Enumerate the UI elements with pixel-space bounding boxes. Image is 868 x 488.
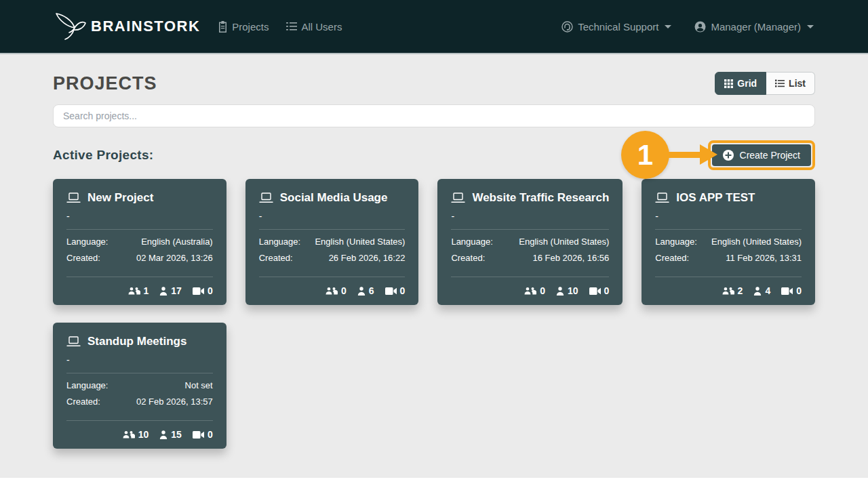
created-label: Created: (66, 253, 100, 263)
projects-grid: New Project - Language: English (Austral… (53, 179, 815, 449)
video-count-stat: 0 (193, 285, 213, 296)
divider (259, 229, 406, 230)
project-description: - (655, 211, 802, 222)
list-view-icon (775, 79, 785, 87)
list-view-button[interactable]: List (766, 72, 815, 95)
project-card[interactable]: Social Media Usage - Language: English (… (245, 179, 419, 305)
group-count-stat: 0 (326, 285, 347, 296)
created-value: 02 Feb 2026, 13:57 (136, 396, 213, 407)
language-label: Language: (451, 237, 492, 247)
divider (451, 277, 609, 277)
language-value: English (United States) (711, 237, 802, 247)
users-group-icon (123, 430, 135, 439)
technical-support-menu[interactable]: Technical Support (561, 21, 671, 33)
video-camera-icon (589, 287, 601, 295)
project-card[interactable]: Website Traffic Research - Language: Eng… (437, 179, 623, 305)
main-content: PROJECTS Grid (0, 54, 868, 478)
grid-view-button[interactable]: Grid (715, 72, 766, 95)
laptop-icon (451, 192, 465, 203)
video-count: 0 (604, 285, 610, 296)
divider (655, 229, 802, 230)
group-count-stat: 10 (123, 429, 149, 440)
divider (66, 229, 213, 230)
technical-support-label: Technical Support (578, 21, 658, 33)
group-count: 2 (738, 285, 743, 296)
video-camera-icon (193, 287, 204, 295)
divider (655, 277, 802, 277)
video-count-stat: 0 (589, 285, 610, 296)
member-count-stat: 15 (159, 429, 182, 440)
nav-link-projects[interactable]: Projects (218, 21, 269, 33)
person-icon (753, 287, 762, 296)
create-project-button[interactable]: Create Project (712, 144, 811, 166)
person-icon (357, 287, 366, 296)
brand-logo[interactable]: BRAINSTORK (54, 12, 200, 41)
project-name: Social Media Usage (280, 191, 388, 205)
person-icon (159, 287, 167, 296)
group-count-stat: 1 (128, 285, 149, 296)
video-count: 0 (208, 429, 213, 440)
chevron-down-icon (665, 25, 671, 28)
clipboard-icon (218, 21, 228, 33)
brand-name: BRAINSTORK (91, 18, 200, 35)
nav-link-projects-label: Projects (232, 21, 269, 33)
laptop-icon (655, 192, 669, 203)
plus-circle-icon (723, 150, 734, 161)
create-project-label: Create Project (740, 150, 800, 161)
bird-logo-icon (54, 12, 87, 41)
video-camera-icon (193, 431, 204, 439)
users-group-icon (128, 287, 140, 296)
created-value: 26 Feb 2026, 16:22 (329, 253, 406, 263)
project-description: - (66, 354, 213, 365)
project-card[interactable]: IOS APP TEST - Language: English (United… (642, 179, 815, 305)
video-count: 0 (400, 285, 406, 296)
video-count-stat: 0 (193, 429, 213, 440)
person-icon (556, 287, 564, 296)
navbar: BRAINSTORK Projects All Users (0, 0, 868, 54)
project-description: - (259, 211, 406, 222)
user-circle-icon (694, 21, 706, 33)
created-value: 02 Mar 2026, 13:26 (136, 253, 213, 263)
project-description: - (451, 211, 609, 222)
headset-icon (561, 21, 573, 33)
created-label: Created: (259, 253, 293, 263)
grid-icon (724, 79, 733, 88)
chevron-down-icon (807, 25, 814, 28)
created-label: Created: (655, 253, 689, 263)
project-card[interactable]: Standup Meetings - Language: Not set Cre… (53, 323, 226, 449)
video-camera-icon (385, 287, 397, 295)
search-input[interactable] (53, 104, 815, 127)
users-group-icon (326, 287, 338, 296)
list-icon (286, 22, 297, 31)
group-count: 1 (144, 285, 149, 296)
user-account-label: Manager (Manager) (711, 21, 801, 33)
member-count: 17 (171, 285, 182, 296)
project-name: Standup Meetings (87, 335, 186, 348)
laptop-icon (259, 192, 273, 203)
divider (66, 373, 213, 373)
users-group-icon (722, 287, 734, 296)
language-value: English (United States) (315, 237, 405, 247)
divider (66, 420, 213, 421)
users-group-icon (524, 287, 536, 296)
created-label: Created: (451, 253, 485, 263)
grid-view-label: Grid (737, 78, 757, 89)
created-label: Created: (66, 396, 100, 407)
divider (66, 277, 213, 277)
language-label: Language: (66, 237, 108, 247)
created-value: 11 Feb 2026, 13:31 (726, 253, 802, 263)
group-count-stat: 2 (722, 285, 743, 296)
member-count: 10 (568, 285, 578, 296)
project-name: New Project (87, 191, 153, 205)
view-toggle: Grid List (715, 72, 815, 95)
video-count: 0 (208, 285, 213, 296)
project-card[interactable]: New Project - Language: English (Austral… (53, 179, 226, 305)
member-count: 15 (171, 429, 182, 440)
laptop-icon (66, 336, 81, 347)
group-count-stat: 0 (524, 285, 545, 296)
user-account-menu[interactable]: Manager (Manager) (694, 21, 814, 33)
person-icon (159, 430, 167, 439)
laptop-icon (66, 192, 81, 203)
divider (259, 277, 406, 277)
nav-link-all-users[interactable]: All Users (286, 21, 342, 33)
